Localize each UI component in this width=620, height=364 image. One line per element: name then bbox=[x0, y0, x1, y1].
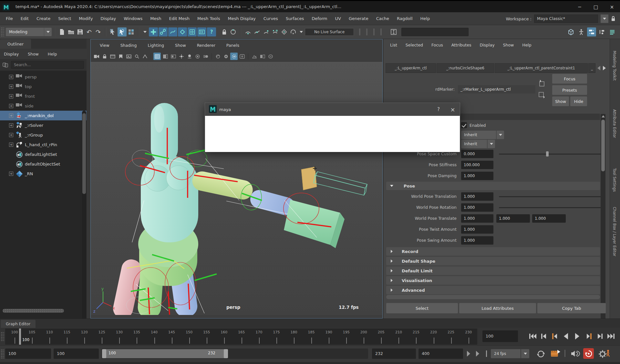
filter-icon[interactable] bbox=[3, 62, 8, 67]
outliner-row-rsolver[interactable]: + _:rSolver bbox=[0, 120, 87, 130]
snap-point-icon[interactable] bbox=[262, 27, 271, 36]
open-scene-icon[interactable] bbox=[67, 27, 76, 36]
quick-selection-input[interactable] bbox=[401, 28, 469, 36]
gamma-icon[interactable] bbox=[259, 53, 266, 60]
wireframe-on-shaded-icon[interactable] bbox=[153, 53, 161, 60]
section-record[interactable]: Record bbox=[386, 247, 600, 256]
playback-start-field[interactable]: 100 bbox=[54, 349, 99, 359]
redo-icon[interactable]: ↷ bbox=[94, 27, 103, 36]
section-default-limit[interactable]: Default Limit bbox=[386, 267, 600, 275]
lock-camera-icon[interactable] bbox=[101, 53, 108, 60]
time-tick[interactable]: 205 bbox=[372, 329, 390, 345]
snap-dropdown-arrow[interactable] bbox=[300, 31, 303, 33]
menu-item[interactable]: Edit Mesh bbox=[165, 12, 194, 25]
time-tick[interactable]: 125 bbox=[93, 329, 110, 345]
time-tick[interactable]: 135 bbox=[128, 329, 145, 345]
menu-item[interactable]: Deform bbox=[308, 12, 331, 25]
tab-partial[interactable]: _ bbox=[588, 63, 595, 73]
menu-item[interactable]: Mesh Tools bbox=[193, 12, 224, 25]
connect-output-icon[interactable] bbox=[538, 91, 546, 100]
ae-scrollbar-track[interactable] bbox=[601, 114, 605, 332]
shelf-help-icon[interactable]: ? bbox=[207, 27, 216, 36]
outliner-row-defaultlightset[interactable]: defaultLightSet bbox=[0, 149, 87, 159]
menu-item[interactable]: Create bbox=[33, 12, 54, 25]
menu-item[interactable]: Generate bbox=[345, 12, 372, 25]
time-tick[interactable]: 195 bbox=[337, 329, 355, 345]
expand-icon[interactable]: + bbox=[9, 75, 13, 79]
viewport-3d-scene[interactable]: y z x persp 12.7 fps bbox=[91, 62, 382, 315]
shelf-ik-icon[interactable] bbox=[178, 27, 187, 36]
time-tick[interactable]: 150 bbox=[181, 329, 198, 345]
expand-icon[interactable]: + bbox=[9, 133, 13, 137]
pose-swing-amount-field[interactable]: 1.000 bbox=[461, 236, 493, 245]
play-forwards-button[interactable] bbox=[572, 331, 583, 341]
time-tick[interactable]: 210 bbox=[390, 329, 407, 345]
outliner-row-side[interactable]: + side bbox=[0, 101, 87, 111]
attribute-editor-menu-item[interactable]: Selected bbox=[406, 43, 423, 47]
load-attributes-button[interactable]: Load Attributes bbox=[459, 303, 536, 313]
time-tick[interactable]: 230 bbox=[460, 329, 477, 345]
outliner-row-defaultobjectset[interactable]: defaultObjectSet bbox=[0, 159, 87, 169]
world-pose-translate-y-field[interactable]: 1.000 bbox=[496, 214, 530, 223]
time-tick[interactable]: 140 bbox=[146, 329, 163, 345]
menu-item[interactable]: Curves bbox=[260, 12, 282, 25]
copy-tab-button[interactable]: Copy Tab bbox=[537, 303, 606, 313]
minimize-button[interactable]: ─ bbox=[572, 2, 588, 13]
tabs-scroll-left-icon[interactable] bbox=[597, 66, 600, 70]
snap-curve-icon[interactable] bbox=[253, 27, 262, 36]
outliner-row-front[interactable]: + front bbox=[0, 91, 87, 101]
step-back-frame-button[interactable] bbox=[539, 331, 549, 341]
sidebar-tab-attribute-editor[interactable]: Attribute Editor bbox=[612, 109, 617, 138]
section-default-shape[interactable]: Default Shape bbox=[386, 257, 600, 265]
attribute-editor-toggle-icon[interactable] bbox=[587, 27, 596, 36]
menu-item[interactable]: Modify bbox=[75, 12, 97, 25]
pose-space-custom-field[interactable]: 0.000 bbox=[461, 150, 493, 158]
menu-set-select[interactable]: Modeling bbox=[6, 28, 44, 36]
outliner-scrollbar-thumb[interactable] bbox=[82, 113, 86, 194]
shelf-lattice-icon[interactable] bbox=[188, 27, 197, 36]
time-tick[interactable]: 110 bbox=[41, 329, 58, 345]
attribute-editor-menu-item[interactable]: Focus bbox=[431, 43, 443, 47]
time-tick[interactable]: 190 bbox=[320, 329, 337, 345]
range-slider[interactable]: 100 232 bbox=[101, 349, 368, 359]
tool-dropdown-arrow[interactable] bbox=[143, 31, 147, 33]
graph-editor-tab[interactable]: Graph Editor bbox=[1, 320, 36, 328]
attribute-editor-menu-item[interactable]: Attributes bbox=[451, 43, 471, 47]
expand-icon[interactable]: + bbox=[9, 104, 13, 108]
expand-icon[interactable]: + bbox=[9, 94, 13, 98]
sidebar-tab-modeling-toolkit[interactable]: Modeling Toolkit bbox=[612, 51, 617, 81]
pose-twist-amount-field[interactable]: 1.000 bbox=[461, 225, 493, 234]
attribute-editor-menu-item[interactable]: Show bbox=[503, 43, 514, 47]
time-slider[interactable]: 100 105 110 115 bbox=[5, 329, 477, 345]
menu-set-arrow[interactable] bbox=[44, 28, 52, 36]
focus-button[interactable]: Focus bbox=[552, 74, 587, 84]
time-tick[interactable]: 170 bbox=[250, 329, 268, 345]
snap-view-plane-icon[interactable] bbox=[280, 27, 289, 36]
time-tick[interactable]: 155 bbox=[198, 329, 215, 345]
expand-icon[interactable]: + bbox=[9, 143, 13, 147]
tab-nurbscircleshape6[interactable]: _:nurbsCircleShape6 bbox=[437, 63, 494, 73]
history-toggle-handle[interactable] bbox=[359, 28, 360, 35]
sidebar-tab-channel-box[interactable]: Channel Box / Layer Editor bbox=[612, 207, 617, 256]
viewport-menu-item[interactable]: Renderer bbox=[197, 43, 215, 48]
world-pose-translation-field[interactable]: 1.000 bbox=[461, 192, 493, 201]
inherit-dropdown-2[interactable]: Inherit bbox=[461, 140, 487, 148]
menu-item[interactable]: File bbox=[2, 12, 17, 25]
menu-item[interactable]: Edit bbox=[17, 12, 33, 25]
dialog-help-button[interactable]: ? bbox=[431, 103, 446, 116]
textured-display-icon[interactable] bbox=[170, 53, 177, 60]
depth-of-field-icon[interactable] bbox=[222, 53, 230, 60]
shelf-poly-plus-icon[interactable] bbox=[149, 27, 158, 36]
history-toggle-handle[interactable] bbox=[366, 28, 367, 35]
show-button[interactable]: Show bbox=[552, 96, 569, 106]
step-back-key-button[interactable] bbox=[550, 331, 560, 341]
attribute-editor-menu-item[interactable]: Display bbox=[480, 43, 494, 47]
isolate-select-icon[interactable] bbox=[230, 53, 238, 60]
outliner-row-rgroup[interactable]: + _:rGroup bbox=[0, 130, 87, 140]
outliner-tab[interactable]: Outliner bbox=[0, 39, 31, 49]
time-tick[interactable]: 200 bbox=[355, 329, 372, 345]
world-pose-rotation-slider[interactable] bbox=[499, 207, 604, 208]
menu-item[interactable]: Help bbox=[417, 12, 434, 25]
overscan-icon[interactable] bbox=[141, 53, 149, 60]
section-advanced[interactable]: Advanced bbox=[386, 286, 600, 294]
